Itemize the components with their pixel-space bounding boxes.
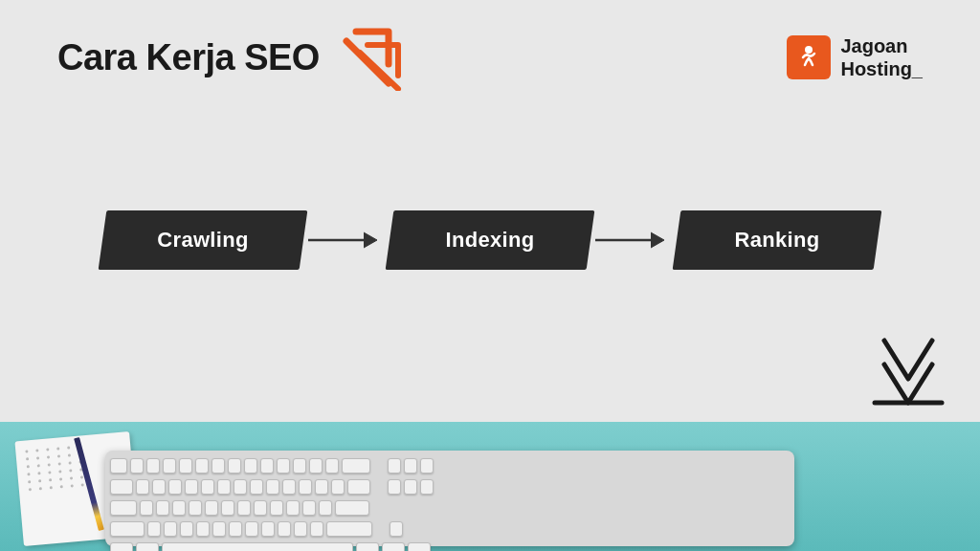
bottom-photo — [0, 422, 980, 551]
header: Cara Kerja SEO Jagoan Hosting_ — [0, 0, 980, 115]
arrow-1 — [303, 229, 390, 252]
orange-arrow-icon — [339, 24, 415, 91]
logo-text: Jagoan Hosting_ — [840, 34, 923, 80]
svg-point-0 — [805, 46, 813, 54]
keyboard — [105, 451, 794, 546]
deco-arrow-br-icon — [865, 331, 951, 417]
ranking-label: Ranking — [735, 228, 820, 253]
indexing-label: Indexing — [446, 228, 535, 253]
indexing-box: Indexing — [390, 210, 590, 270]
crawling-label: Crawling — [157, 228, 248, 253]
logo-name: Jagoan — [840, 34, 923, 57]
title-area: Cara Kerja SEO — [57, 24, 415, 91]
arrow-2 — [590, 229, 677, 252]
page-title: Cara Kerja SEO — [57, 37, 320, 78]
crawling-box: Crawling — [102, 210, 303, 270]
logo-area: Jagoan Hosting_ — [787, 34, 923, 80]
ranking-box: Ranking — [677, 210, 878, 270]
logo-sub: Hosting_ — [840, 57, 923, 80]
logo-icon — [787, 35, 831, 79]
process-flow: Crawling Indexing Ranking — [0, 210, 980, 270]
